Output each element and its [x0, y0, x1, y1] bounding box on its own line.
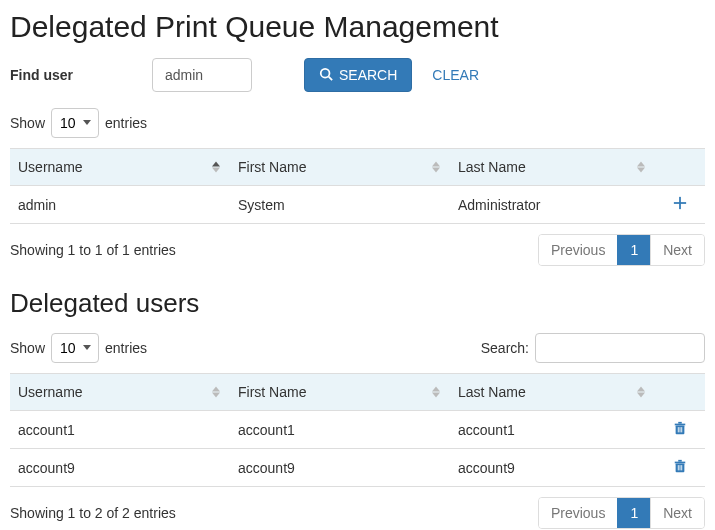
delegated-users-title: Delegated users: [10, 288, 705, 319]
svg-rect-5: [675, 424, 686, 426]
cell-username: admin: [10, 186, 230, 224]
table1-pagination: Previous 1 Next: [538, 234, 705, 266]
find-results-table: Username First Name Last Name admin Syst…: [10, 148, 705, 224]
search-icon: [319, 67, 333, 84]
cell-lastname: account9: [450, 449, 655, 487]
svg-rect-13: [678, 465, 679, 470]
cell-firstname: account9: [230, 449, 450, 487]
col-lastname[interactable]: Last Name: [450, 374, 655, 411]
sort-icon: [212, 162, 220, 173]
delegated-users-table: Username First Name Last Name account1 a…: [10, 373, 705, 487]
table1-footer: Showing 1 to 1 of 1 entries Previous 1 N…: [10, 234, 705, 266]
table-row: account1 account1 account1: [10, 411, 705, 449]
col-lastname-label: Last Name: [458, 384, 526, 400]
table1-show-post: entries: [105, 115, 147, 131]
cell-username: account1: [10, 411, 230, 449]
clear-button[interactable]: CLEAR: [424, 58, 487, 92]
table1-length-row: Show 10 entries: [10, 108, 705, 138]
table2-show-post: entries: [105, 340, 147, 356]
table1-length-select[interactable]: 10: [51, 108, 99, 138]
page-current[interactable]: 1: [617, 235, 650, 265]
col-firstname-label: First Name: [238, 384, 306, 400]
svg-rect-14: [680, 465, 681, 470]
table-row: account9 account9 account9: [10, 449, 705, 487]
svg-rect-7: [678, 427, 679, 432]
col-username[interactable]: Username: [10, 149, 230, 186]
sort-icon: [637, 387, 645, 398]
trash-icon[interactable]: [673, 422, 687, 438]
table2-search-label: Search:: [481, 340, 529, 356]
page-next[interactable]: Next: [650, 498, 704, 528]
col-username[interactable]: Username: [10, 374, 230, 411]
find-user-label: Find user: [10, 67, 140, 83]
col-firstname[interactable]: First Name: [230, 374, 450, 411]
svg-line-1: [329, 76, 333, 80]
svg-rect-6: [678, 422, 682, 424]
table1-show-pre: Show: [10, 115, 45, 131]
svg-rect-9: [681, 427, 682, 432]
cell-lastname: account1: [450, 411, 655, 449]
sort-icon: [212, 387, 220, 398]
cell-firstname: account1: [230, 411, 450, 449]
search-button-label: SEARCH: [339, 67, 397, 83]
trash-icon[interactable]: [673, 460, 687, 476]
table2-info: Showing 1 to 2 of 2 entries: [10, 505, 176, 521]
svg-rect-15: [681, 465, 682, 470]
col-username-label: Username: [18, 384, 83, 400]
plus-icon[interactable]: [673, 197, 687, 213]
col-lastname-label: Last Name: [458, 159, 526, 175]
svg-rect-12: [678, 460, 682, 462]
svg-rect-3: [674, 202, 686, 204]
svg-point-0: [321, 68, 330, 77]
col-firstname[interactable]: First Name: [230, 149, 450, 186]
page-next[interactable]: Next: [650, 235, 704, 265]
svg-rect-11: [675, 462, 686, 464]
col-firstname-label: First Name: [238, 159, 306, 175]
table2-search-input[interactable]: [535, 333, 705, 363]
table2-pagination: Previous 1 Next: [538, 497, 705, 529]
sort-icon: [637, 162, 645, 173]
page-title: Delegated Print Queue Management: [10, 10, 705, 44]
find-user-row: Find user SEARCH CLEAR: [10, 58, 705, 92]
col-actions: [655, 149, 705, 186]
cell-lastname: Administrator: [450, 186, 655, 224]
table2-show-pre: Show: [10, 340, 45, 356]
page-previous[interactable]: Previous: [539, 498, 617, 528]
svg-rect-8: [680, 427, 681, 432]
col-actions: [655, 374, 705, 411]
table1-info: Showing 1 to 1 of 1 entries: [10, 242, 176, 258]
find-user-input[interactable]: [152, 58, 252, 92]
search-button[interactable]: SEARCH: [304, 58, 412, 92]
table2-length-select[interactable]: 10: [51, 333, 99, 363]
page-previous[interactable]: Previous: [539, 235, 617, 265]
cell-username: account9: [10, 449, 230, 487]
page-current[interactable]: 1: [617, 498, 650, 528]
col-lastname[interactable]: Last Name: [450, 149, 655, 186]
col-username-label: Username: [18, 159, 83, 175]
table2-footer: Showing 1 to 2 of 2 entries Previous 1 N…: [10, 497, 705, 529]
cell-firstname: System: [230, 186, 450, 224]
table2-length-row: Show 10 entries Search:: [10, 333, 705, 363]
table-row: admin System Administrator: [10, 186, 705, 224]
sort-icon: [432, 162, 440, 173]
sort-icon: [432, 387, 440, 398]
